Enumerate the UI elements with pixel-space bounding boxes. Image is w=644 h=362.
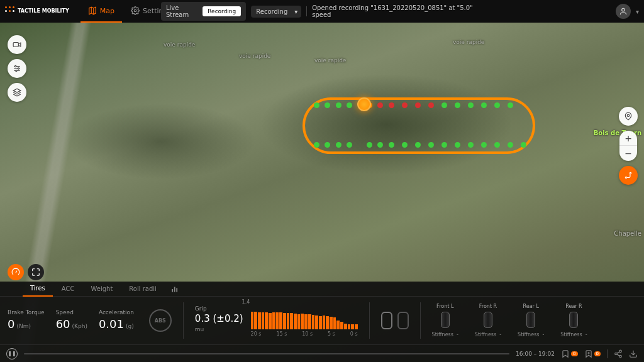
- telemetry-panel: Tires ACC Weight Roll radii Brake Torque…: [0, 282, 644, 362]
- road-label: voie rapide: [453, 39, 484, 45]
- playback-time: 16:00 – 19:02: [516, 351, 555, 357]
- divider: [369, 302, 370, 339]
- track-dot: [325, 102, 330, 108]
- track-data-points: [309, 102, 530, 148]
- status-text: Opened recording "1631_20220520_0851" at…: [312, 4, 483, 18]
- track-dot: [481, 142, 487, 148]
- user-icon: [619, 7, 628, 16]
- header-right: ▾: [616, 4, 639, 19]
- tab-chart[interactable]: [165, 282, 184, 297]
- chart-bar: [265, 312, 268, 329]
- metric-brake-torque: Brake Torque 0(Nm): [8, 309, 45, 332]
- track-dot: [494, 102, 500, 108]
- track-dot: [455, 102, 460, 108]
- road-label: voie rapide: [164, 41, 195, 48]
- tire-stat: Stiffness -: [560, 332, 587, 337]
- metric-label: Speed: [56, 309, 87, 315]
- tire-position-label: Front L: [436, 304, 453, 309]
- four-tires: Front LStiffness -Front RStiffness -Rear…: [432, 304, 636, 337]
- user-avatar[interactable]: [616, 4, 631, 19]
- chart-bar: [258, 312, 261, 329]
- svg-point-17: [619, 350, 622, 353]
- tab-roll[interactable]: Roll radii: [121, 282, 164, 297]
- recording-select-value: Recording: [256, 8, 287, 15]
- chevron-down-icon: ▾: [294, 8, 297, 15]
- layers-tool[interactable]: [8, 83, 26, 102]
- brand-name: TACTILE MOBILITY: [18, 9, 69, 14]
- metric-value: 60: [56, 317, 70, 331]
- svg-rect-13: [174, 287, 175, 292]
- metric-grip: Grip 0.3 (±0.2) mu: [195, 305, 243, 332]
- flag-button[interactable]: 0: [584, 349, 601, 358]
- track-dot: [402, 102, 408, 108]
- metric-unit: mu: [195, 326, 204, 332]
- track-dot: [402, 142, 408, 148]
- track-dot: [389, 142, 394, 148]
- tire-column: Front RStiffness -: [475, 304, 501, 337]
- telemetry-tabs: Tires ACC Weight Roll radii: [0, 282, 644, 297]
- share-button[interactable]: [614, 349, 623, 358]
- vehicle-marker[interactable]: [357, 97, 371, 111]
- tire-view-single[interactable]: [381, 312, 392, 329]
- chart-bar: [319, 316, 322, 329]
- chart-bar: [276, 312, 279, 329]
- chart-bar: [348, 324, 351, 329]
- chart-bar: [269, 313, 272, 329]
- play-pause-button[interactable]: ❚❚: [6, 348, 18, 359]
- nav-map-label: Map: [100, 7, 114, 15]
- chart-ymax: 1.4: [242, 299, 250, 305]
- track-dot: [415, 102, 421, 108]
- svg-rect-12: [172, 289, 173, 292]
- chart-bar: [308, 314, 311, 329]
- road-label: voie rapide: [239, 53, 270, 59]
- track-dot: [521, 142, 526, 148]
- live-stream-label: Live Stream: [166, 4, 199, 18]
- track-dot: [336, 102, 341, 108]
- locate-tool[interactable]: [619, 107, 638, 126]
- tab-acc[interactable]: ACC: [54, 282, 82, 297]
- stream-toggle[interactable]: Live Stream Recording: [161, 2, 246, 21]
- chart-bar: [254, 312, 257, 330]
- download-icon: [629, 349, 638, 358]
- download-button[interactable]: [629, 349, 638, 358]
- tire-stat: Stiffness -: [475, 332, 501, 337]
- dashboard-toggle[interactable]: [8, 264, 24, 280]
- abs-indicator: ABS: [149, 309, 172, 332]
- expand-icon: [31, 268, 40, 277]
- chart-bar: [340, 322, 343, 329]
- zoom-in-button[interactable]: +: [619, 131, 637, 146]
- svg-point-18: [615, 353, 618, 355]
- expand-toggle[interactable]: [28, 264, 44, 280]
- chart-bar: [315, 315, 318, 329]
- filter-tool[interactable]: [8, 59, 26, 78]
- bookmark-button[interactable]: 0: [561, 349, 577, 358]
- zoom-out-button[interactable]: −: [619, 146, 637, 161]
- tire-view-all[interactable]: [397, 312, 409, 329]
- metric-unit: (g): [126, 323, 134, 329]
- camera-tool[interactable]: [8, 35, 26, 54]
- tire-position-label: Rear R: [565, 304, 582, 309]
- svg-point-10: [625, 177, 626, 178]
- chart-bar: [326, 316, 329, 329]
- track-dot: [508, 102, 513, 108]
- route-tool[interactable]: [619, 166, 638, 185]
- sliders-icon: [13, 64, 21, 73]
- chevron-down-icon[interactable]: ▾: [636, 8, 639, 15]
- tire-stat: Stiffness -: [432, 332, 458, 337]
- tab-tires[interactable]: Tires: [23, 282, 53, 297]
- chart-bar: [355, 324, 358, 329]
- chart-tick: 5 s: [328, 331, 335, 337]
- chart-bar: [272, 312, 275, 329]
- timeline-scrubber[interactable]: [24, 353, 509, 354]
- chart-bar: [290, 313, 293, 329]
- divider: [183, 302, 184, 339]
- nav-map[interactable]: Map: [80, 0, 122, 23]
- track-dot: [481, 102, 487, 108]
- zoom-control: + −: [619, 131, 637, 161]
- recording-select[interactable]: Recording ▾: [251, 6, 301, 18]
- tire-icon: [526, 312, 535, 328]
- chart-tick: 20 s: [251, 331, 262, 337]
- tab-weight[interactable]: Weight: [83, 282, 120, 297]
- share-icon: [614, 349, 623, 358]
- tire-icon: [569, 312, 578, 328]
